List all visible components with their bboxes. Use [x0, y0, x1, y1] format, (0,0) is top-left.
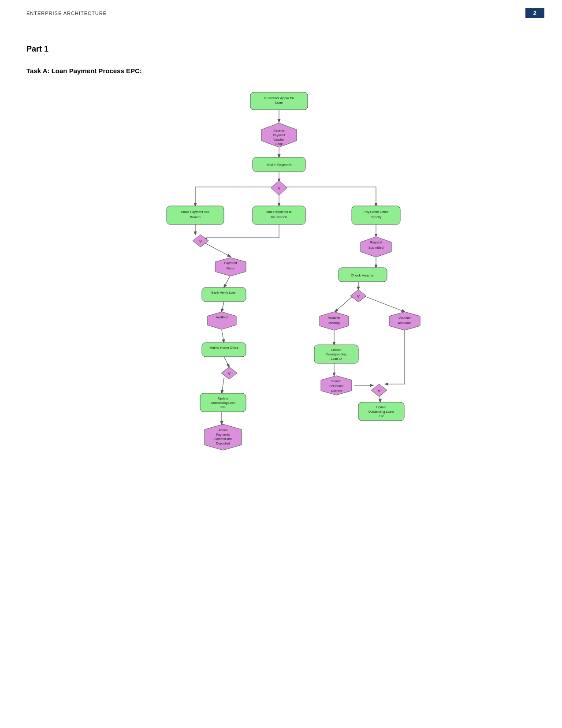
svg-text:V: V: [227, 371, 230, 376]
svg-text:Bank Verify Loan: Bank Verify Loan: [211, 291, 236, 295]
svg-text:Missing: Missing: [328, 321, 339, 325]
svg-text:Verified: Verified: [216, 315, 227, 319]
svg-text:File: File: [379, 414, 383, 418]
svg-text:Request: Request: [370, 240, 383, 244]
svg-text:Payments: Payments: [216, 433, 230, 437]
epc-svg: Customer Apply for Loan Receive Payment …: [105, 88, 458, 643]
svg-text:Customer Apply for: Customer Apply for: [264, 96, 294, 100]
svg-line-15: [224, 275, 231, 287]
epc-diagram: Customer Apply for Loan Receive Payment …: [105, 88, 458, 643]
svg-rect-73: [202, 343, 246, 357]
svg-text:Voucher: Voucher: [273, 138, 285, 141]
svg-line-20: [222, 330, 224, 343]
svg-text:Make Payment into: Make Payment into: [181, 210, 209, 214]
svg-text:the Branch: the Branch: [271, 215, 287, 219]
svg-text:Deposited: Deposited: [216, 442, 230, 445]
svg-text:Notified: Notified: [331, 389, 342, 392]
svg-line-17: [222, 302, 224, 312]
svg-marker-65: [207, 312, 236, 329]
part-title: Part 1: [26, 45, 536, 54]
svg-text:Loan ID: Loan ID: [331, 357, 342, 360]
svg-text:Batched and: Batched and: [214, 437, 231, 441]
svg-text:Lookup: Lookup: [331, 348, 341, 352]
svg-text:Actual: Actual: [219, 429, 227, 432]
svg-text:Outstanding Loan: Outstanding Loan: [211, 401, 235, 405]
svg-text:Done: Done: [227, 266, 234, 270]
svg-text:Corresponding: Corresponding: [326, 353, 346, 356]
svg-text:V: V: [277, 186, 280, 190]
svg-text:Directly: Directly: [370, 215, 381, 219]
svg-text:Payment: Payment: [273, 134, 285, 137]
svg-line-24: [224, 357, 229, 367]
svg-text:Receive: Receive: [273, 129, 284, 132]
svg-text:Available: Available: [398, 321, 411, 325]
header-title: ENTERPRISE ARCHITECTURE: [26, 11, 107, 16]
page-number: 2: [525, 8, 544, 18]
svg-text:Pay Home Office: Pay Home Office: [363, 210, 388, 214]
svg-text:Voucher: Voucher: [398, 316, 411, 320]
svg-text:Update: Update: [218, 397, 228, 400]
svg-text:Branch: Branch: [331, 380, 341, 383]
svg-text:Book: Book: [275, 142, 283, 146]
page-header: ENTERPRISE ARCHITECTURE 2: [0, 0, 562, 22]
svg-text:Loan: Loan: [275, 101, 283, 105]
svg-text:Update: Update: [376, 406, 386, 409]
svg-text:Mail to Home Office: Mail to Home Office: [209, 346, 238, 350]
svg-text:Make Payment: Make Payment: [266, 163, 291, 167]
svg-text:Outstanding Loans: Outstanding Loans: [368, 410, 394, 414]
svg-line-19: [364, 296, 405, 312]
svg-text:Check Voucher: Check Voucher: [350, 273, 375, 277]
svg-text:Payment: Payment: [224, 261, 238, 265]
svg-line-18: [335, 296, 353, 312]
svg-text:Personnel: Personnel: [329, 385, 343, 388]
svg-text:File: File: [220, 406, 225, 409]
main-content: Part 1 Task A: Loan Payment Process EPC:: [0, 22, 562, 661]
task-title: Task A: Loan Payment Process EPC:: [26, 67, 536, 75]
svg-text:V: V: [357, 294, 359, 299]
svg-text:V: V: [377, 388, 380, 393]
svg-text:V: V: [199, 239, 201, 243]
svg-text:Voucher: Voucher: [328, 316, 340, 320]
svg-text:Branch: Branch: [190, 215, 201, 219]
svg-rect-61: [202, 287, 246, 302]
svg-line-26: [222, 378, 224, 393]
svg-text:Mail Payments to: Mail Payments to: [266, 210, 292, 214]
svg-text:Submitted: Submitted: [368, 246, 383, 250]
